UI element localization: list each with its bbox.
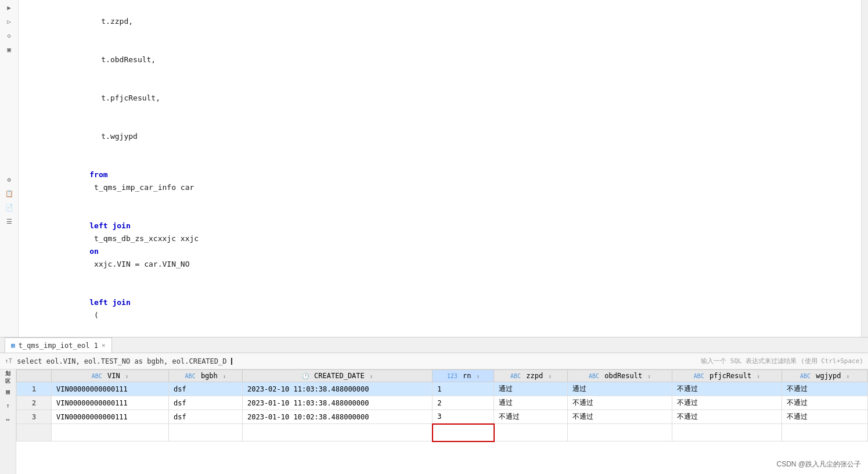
cell-CREATED_DATE-3: 2023-01-10 10:02:38.488000000 [243, 410, 433, 424]
code-panel: t.zzpd, t.obdResult, t.pfjcResult, t.wgj… [19, 0, 868, 337]
sort-icon-zzpd[interactable]: ↕ [548, 374, 551, 379]
code-line: t.wgjypd [21, 117, 863, 156]
abc-icon-pfjcResult: ABC [694, 373, 704, 379]
cell-VIN-3: VIN00000000000111 [52, 410, 169, 424]
cell-zzpd-1: 通过 [494, 382, 568, 396]
abc-icon-obdResult: ABC [589, 373, 599, 379]
sql-input-prefix: ↑T [5, 357, 12, 365]
col-label-bgbh: bgbh [201, 372, 218, 380]
cell-rn-2: 2 [433, 396, 494, 410]
cell-zzpd-3: 不通过 [494, 410, 568, 424]
col-label-pfjcResult: pfjcResult [709, 372, 751, 380]
col-header-VIN[interactable]: ABC VIN ↕ [52, 370, 169, 382]
cell-obdResult-2: 不通过 [568, 396, 672, 410]
cell-wgjypd-2: 不通过 [782, 396, 868, 410]
sidebar-icon-5[interactable]: ⚙ [4, 174, 15, 185]
abc-icon-zzpd: ABC [510, 373, 521, 379]
export-icon[interactable]: ↔ [2, 414, 14, 425]
sort-icon-pfjcResult[interactable]: ↕ [757, 374, 759, 379]
cell-rn-3: 3 [433, 410, 494, 424]
cell-bgbh-3: dsf [169, 410, 243, 424]
sql-input-content[interactable]: select eol.VIN, eol.TEST_NO as bgbh, eol… [17, 357, 696, 365]
result-tab[interactable]: ▦ t_qms_imp_iot_eol 1 × [5, 337, 112, 353]
abc-icon-bgbh: ABC [185, 373, 196, 379]
cell-CREATED_DATE-1: 2023-02-10 11:03:38.488000000 [243, 382, 433, 396]
cell-wgjypd-3: 不通过 [782, 410, 868, 424]
sql-input-value: select eol.VIN, eol.TEST_NO as bgbh, eol… [17, 357, 226, 365]
col-label-VIN: VIN [107, 372, 120, 380]
clock-icon-CREATED_DATE: 🕐 [302, 373, 309, 379]
code-line: left join ( [21, 283, 863, 335]
sidebar-icon-3[interactable]: ◇ [4, 30, 15, 41]
sort-icon-VIN[interactable]: ↕ [125, 374, 128, 379]
grid-icon[interactable]: ▦ [2, 386, 14, 397]
col-label-rn: rn [463, 372, 471, 380]
table-row[interactable]: 2 VIN00000000000111 dsf 2023-01-10 11:03… [17, 396, 868, 410]
sort-icon-wgjypd[interactable]: ↕ [847, 374, 849, 379]
table-row-empty [17, 424, 868, 441]
table-tab-icon: ▦ [11, 342, 15, 349]
sort-icon[interactable]: ↑ [2, 400, 14, 411]
cell-wgjypd-1: 不通过 [782, 382, 868, 396]
col-header-obdResult[interactable]: ABC obdResult ↕ [568, 370, 672, 382]
sql-input-bar: ↑T select eol.VIN, eol.TEST_NO as bgbh, … [0, 353, 868, 369]
code-line: from t_qms_imp_car_info car [21, 156, 863, 207]
results-table: ABC VIN ↕ ABC bgbh ↕ 🕐 CREATED_DATE [16, 369, 868, 442]
results-table-container[interactable]: ABC VIN ↕ ABC bgbh ↕ 🕐 CREATED_DATE [16, 369, 868, 460]
cell-CREATED_DATE-2: 2023-01-10 11:03:38.488000000 [243, 396, 433, 410]
tab-bar: ▦ t_qms_imp_iot_eol 1 × [0, 337, 868, 353]
results-area: 划区 ▦ ↑ ↔ ABC VIN ↕ ABC [0, 369, 868, 474]
col-header-bgbh[interactable]: ABC bgbh ↕ [169, 370, 243, 382]
row-num-header [17, 370, 52, 382]
left-sidebar: ▶ ▷ ◇ ▣ ⚙ 📋 📄 ☰ [0, 0, 19, 337]
cell-rn-empty [433, 424, 494, 441]
cell-pfjcResult-1: 不通过 [672, 382, 782, 396]
sort-icon-CREATED_DATE[interactable]: ↕ [370, 374, 373, 379]
vertical-scrollbar[interactable] [861, 0, 868, 337]
code-content: t.zzpd, t.obdResult, t.pfjcResult, t.wgj… [19, 0, 868, 337]
num-icon-rn: 123 [447, 373, 458, 379]
col-header-zzpd[interactable]: ABC zzpd ↕ [494, 370, 568, 382]
cell-zzpd-2: 通过 [494, 396, 568, 410]
col-label-CREATED_DATE: CREATED_DATE [314, 372, 365, 380]
code-line: left join t_qms_db_zs_xcxxjc xxjc on xxj… [21, 207, 863, 283]
table-header-row: ABC VIN ↕ ABC bgbh ↕ 🕐 CREATED_DATE [17, 370, 868, 382]
col-label-wgjypd: wgjypd [816, 372, 841, 380]
code-line: t.zzpd, [21, 2, 863, 41]
sql-cursor [231, 358, 232, 365]
col-header-CREATED_DATE[interactable]: 🕐 CREATED_DATE ↕ [243, 370, 433, 382]
watermark: CSDN @跌入凡尘的张公子 [776, 459, 861, 469]
sidebar-icon-7[interactable]: 📄 [4, 202, 15, 213]
col-label-zzpd: zzpd [526, 372, 543, 380]
sidebar-icon-6[interactable]: 📋 [4, 188, 15, 199]
left-action-bar: 划区 ▦ ↑ ↔ [0, 369, 16, 474]
cell-VIN-2: VIN00000000000111 [52, 396, 169, 410]
cell-VIN-1: VIN00000000000111 [52, 382, 169, 396]
sort-icon-rn[interactable]: ↕ [477, 374, 480, 379]
row-num-3: 3 [17, 410, 52, 424]
col-header-pfjcResult[interactable]: ABC pfjcResult ↕ [672, 370, 782, 382]
table-row[interactable]: 3 VIN00000000000111 dsf 2023-01-10 10:02… [17, 410, 868, 424]
table-row[interactable]: 1 VIN00000000000111 dsf 2023-02-10 11:03… [17, 382, 868, 396]
cell-pfjcResult-2: 不通过 [672, 396, 782, 410]
sidebar-icon-2[interactable]: ▷ [4, 16, 15, 27]
cell-pfjcResult-3: 不通过 [672, 410, 782, 424]
row-num-2: 2 [17, 396, 52, 410]
abc-icon-wgjypd: ABC [800, 373, 811, 379]
col-header-rn[interactable]: 123 rn ↕ [433, 370, 494, 382]
cell-bgbh-1: dsf [169, 382, 243, 396]
cell-obdResult-3: 不通过 [568, 410, 672, 424]
sidebar-icon-8[interactable]: ☰ [4, 216, 15, 227]
tab-close-button[interactable]: × [102, 342, 106, 349]
abc-icon-VIN: ABC [92, 373, 102, 379]
col-header-wgjypd[interactable]: ABC wgjypd ↕ [782, 370, 868, 382]
sort-icon-bgbh[interactable]: ↕ [223, 374, 226, 379]
filter-icon[interactable]: 划区 [2, 372, 14, 383]
col-label-obdResult: obdResult [604, 372, 642, 380]
code-line: t.obdResult, [21, 41, 863, 79]
sidebar-icon-4[interactable]: ▣ [4, 44, 15, 55]
cell-rn-1: 1 [433, 382, 494, 396]
sort-icon-obdResult[interactable]: ↕ [647, 374, 650, 379]
cell-obdResult-1: 通过 [568, 382, 672, 396]
sidebar-icon-1[interactable]: ▶ [4, 2, 15, 13]
